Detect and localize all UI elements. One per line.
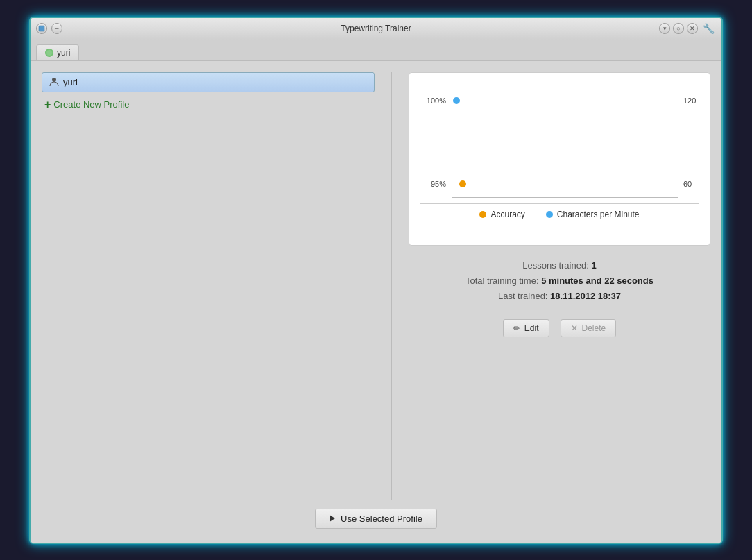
svg-point-1 [52,78,56,82]
use-profile-label: Use Selected Profile [341,514,422,524]
cpm-dot [453,97,460,104]
svg-rect-0 [39,26,44,31]
play-icon [330,515,335,522]
chart-divider [420,203,699,204]
cpm-legend-label: Characters per Minute [557,210,640,219]
settings-icon[interactable]: 🔧 [701,21,716,36]
chart-label-120: 120 [678,96,699,105]
profile-tab-icon [45,49,53,57]
profile-list-item[interactable]: yuri [42,72,375,92]
title-bar: – Typewriting Trainer ▾ ○ ✕ 🔧 [31,18,721,40]
create-profile-link[interactable]: + Create New Profile [42,98,375,112]
plus-icon: + [44,99,51,110]
lessons-label: Lessons trained: [522,260,588,271]
cpm-legend-dot [546,211,553,218]
title-bar-right: ▾ ○ ✕ 🔧 [659,21,716,36]
edit-label: Edit [524,323,539,333]
time-value: 5 minutes and 22 seconds [541,275,653,286]
stats-section: Lessons trained: 1 Total training time: … [409,258,710,304]
legend-accuracy: Accuracy [479,210,524,219]
lessons-value: 1 [591,260,596,271]
main-content: yuri + Create New Profile [31,61,721,543]
last-trained-stat: Last trained: 18.11.2012 18:37 [409,289,710,304]
edit-button[interactable]: ✏ Edit [503,319,549,337]
chart-legend: Accuracy Characters per Minute [420,210,699,219]
accuracy-legend-dot [479,211,486,218]
window-icon-btn[interactable] [36,23,47,34]
chart-panel: 100% 120 95% [409,72,710,500]
chart-label-100pct: 100% [420,96,452,105]
chart-label-95pct: 95% [420,180,452,188]
profile-avatar-icon [49,77,59,87]
delete-button[interactable]: ✕ Delete [561,319,617,337]
chart-area: 100% 120 95% [420,87,699,198]
chart-line-cpm [452,87,678,114]
last-label: Last trained: [498,291,548,301]
accuracy-dot [459,180,466,187]
tab-bar: yuri [31,40,721,61]
scroll-down-button[interactable]: ▾ [659,23,670,34]
time-stat: Total training time: 5 minutes and 22 se… [409,273,710,289]
profile-tab[interactable]: yuri [36,44,79,60]
chart-row-cpm: 100% 120 [420,87,699,114]
content-inner: yuri + Create New Profile [42,72,710,532]
delete-label: Delete [582,323,606,333]
chart-baseline-bottom [452,197,678,198]
action-buttons: ✏ Edit ✕ Delete [409,319,710,337]
chart-baseline-top [452,114,678,114]
panel-separator [391,72,392,500]
edit-icon: ✏ [513,323,520,333]
top-section: yuri + Create New Profile [42,72,710,500]
last-value: 18.11.2012 18:37 [550,291,621,301]
chart-box: 100% 120 95% [409,72,710,246]
window-title: Typewriting Trainer [341,24,411,33]
create-profile-label: Create New Profile [53,99,129,110]
profile-tab-label: yuri [57,48,70,58]
maximize-button[interactable]: ○ [673,23,684,34]
profile-name: yuri [63,77,78,87]
bottom-bar: Use Selected Profile [42,500,710,532]
application-window: – Typewriting Trainer ▾ ○ ✕ 🔧 yuri [29,17,723,544]
close-button[interactable]: ✕ [687,23,698,34]
title-bar-left: – [36,23,62,34]
accuracy-legend-label: Accuracy [490,210,524,219]
profile-panel: yuri + Create New Profile [42,72,375,500]
minimize-button[interactable]: – [51,23,62,34]
chart-row-accuracy: 95% 60 [420,170,699,198]
delete-icon: ✕ [571,323,578,333]
chart-line-accuracy [452,170,678,198]
use-profile-button[interactable]: Use Selected Profile [315,509,437,529]
lessons-stat: Lessons trained: 1 [409,258,710,273]
time-label: Total training time: [465,275,539,286]
legend-cpm: Characters per Minute [546,210,640,219]
chart-label-60: 60 [678,180,699,188]
